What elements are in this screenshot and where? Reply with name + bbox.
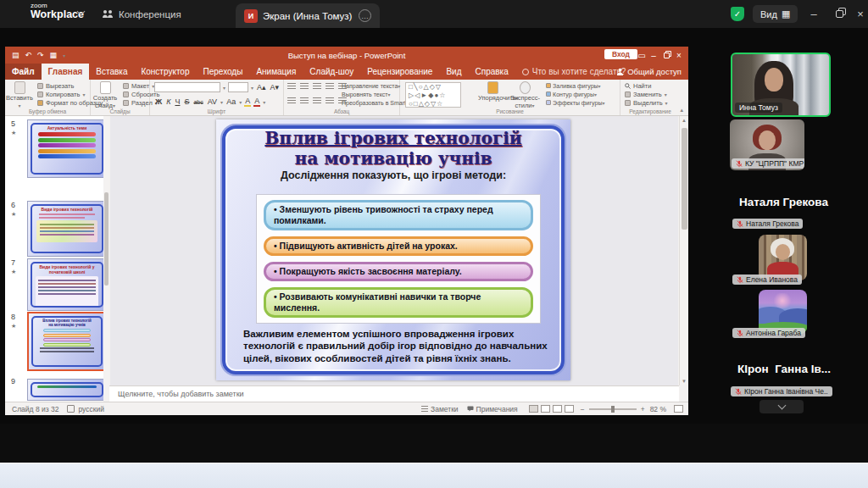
save-icon[interactable]: ▤ xyxy=(12,51,19,59)
ribbon-tab-animations[interactable]: Анимация xyxy=(249,64,303,80)
numbering-icon[interactable] xyxy=(300,83,309,90)
find-button[interactable]: Найти xyxy=(625,82,651,90)
font-size-input[interactable] xyxy=(228,82,248,92)
slide-thumbnail-6[interactable]: Види ігрових технологій xyxy=(27,201,107,257)
slide-thumbnail-8-selected[interactable]: Вплив ігрових технологій на мотивацію уч… xyxy=(27,312,107,371)
ribbon-tab-home[interactable]: Главная xyxy=(42,64,90,80)
arrange-button[interactable]: Упорядочить▾ xyxy=(478,81,507,103)
align-right-icon[interactable] xyxy=(313,97,321,104)
reading-view-button[interactable] xyxy=(553,405,562,413)
ribbon-tab-design[interactable]: Конструктор xyxy=(134,64,196,80)
slideshow-icon[interactable]: ▦ xyxy=(50,51,58,59)
close-button[interactable]: × xyxy=(848,0,868,28)
scroll-down-icon[interactable]: ▼ xyxy=(680,379,688,384)
normal-view-button[interactable] xyxy=(529,405,538,413)
slide[interactable]: Вплив ігрових технологій на мотивацію уч… xyxy=(216,119,570,380)
slide-thumbnail-7[interactable]: Види ігрових технологій у початковій шко… xyxy=(27,258,107,311)
align-left-icon[interactable] xyxy=(287,97,296,104)
group-clipboard: Вставить▾ Вырезать Копировать▾ Формат по… xyxy=(5,80,91,115)
undo-icon[interactable]: ↶ xyxy=(25,51,32,59)
ribbon-tab-slideshow[interactable]: Слайд-шоу xyxy=(303,64,360,80)
slide-thumbnail-5[interactable]: Актуальність теми xyxy=(27,119,107,178)
redo-icon[interactable]: ↷ xyxy=(37,51,44,59)
shape-effects-button[interactable]: Эффекты фигуры▾ xyxy=(546,99,604,107)
zoom-percentage[interactable]: 82 % xyxy=(650,405,666,413)
scroll-up-icon[interactable]: ▲ xyxy=(680,118,688,123)
participant-tile-name[interactable]: КІрон Ганна Ів... xyxy=(737,363,831,375)
ribbon-tab-insert[interactable]: Вставка xyxy=(89,64,134,80)
tell-me-box[interactable]: Что вы хотите сделать? xyxy=(515,64,633,80)
fit-slide-button[interactable] xyxy=(674,405,683,413)
comments-toggle[interactable]: Примечания xyxy=(467,405,518,413)
minimize-button[interactable]: – xyxy=(801,0,826,28)
grow-font-icon[interactable]: A▴ xyxy=(256,83,267,92)
quick-styles-button[interactable]: Экспресс-стили▾ xyxy=(510,81,539,109)
qat-dropdown-icon[interactable]: ▾ xyxy=(63,53,65,58)
section-icon xyxy=(123,100,129,106)
shapes-gallery[interactable]: □╲○△◇▽▷◁►◆●☆○□△◇▽☆ xyxy=(405,82,461,108)
slide-scrollbar[interactable]: ▲ ▼ xyxy=(679,116,688,385)
paste-button[interactable]: Вставить▾ xyxy=(5,81,34,109)
view-button[interactable]: Вид ▦ xyxy=(753,5,798,23)
zoom-slider-thumb[interactable] xyxy=(611,406,615,413)
indent-decrease-icon[interactable] xyxy=(313,83,321,90)
ribbon-tab-file[interactable]: Файл xyxy=(5,64,42,80)
highlight-color-button[interactable]: А xyxy=(244,97,251,107)
italic-button[interactable]: К xyxy=(165,97,171,106)
cut-button[interactable]: Вырезать xyxy=(37,82,74,90)
text-direction-button[interactable]: Направление текста▾ xyxy=(342,82,400,90)
notes-pane[interactable]: Щелкните, чтобы добавить заметки xyxy=(109,385,679,402)
ribbon-tab-review[interactable]: Рецензирование xyxy=(360,64,439,80)
thumbnail-scrollbar[interactable] xyxy=(103,116,109,402)
bullets-icon[interactable] xyxy=(287,83,296,90)
align-center-icon[interactable] xyxy=(300,97,309,104)
language-indicator[interactable]: русский xyxy=(78,405,104,413)
video-tile-elena[interactable] xyxy=(759,235,807,280)
zoom-slider[interactable] xyxy=(589,408,637,410)
video-tile-ku[interactable]: КУ "ЦПРПП" КМР xyxy=(730,119,804,170)
clear-formatting-button[interactable]: abc xyxy=(192,99,203,105)
justify-icon[interactable] xyxy=(326,97,334,104)
ribbon-tab-help[interactable]: Справка xyxy=(469,64,515,80)
ribbon-tab-transitions[interactable]: Переходы xyxy=(196,64,249,80)
slide-thumbnail-9[interactable] xyxy=(27,379,107,401)
indent-increase-icon[interactable] xyxy=(326,83,334,90)
shape-outline-button[interactable]: Контур фигуры▾ xyxy=(546,91,597,98)
change-case-button[interactable]: Aa xyxy=(225,97,236,106)
underline-button[interactable]: Ч xyxy=(174,97,181,106)
select-button[interactable]: Выделить▾ xyxy=(625,99,668,107)
slide-sorter-view-button[interactable] xyxy=(541,405,550,413)
zoom-in-button[interactable]: + xyxy=(641,405,645,413)
thumbnail-scrollbar-thumb[interactable] xyxy=(104,192,108,286)
zoom-out-button[interactable]: − xyxy=(581,405,585,413)
share-button[interactable]: Общий доступ xyxy=(616,64,682,80)
participant-name-pill: КІрон Ганна Іванівна Че.. xyxy=(731,386,832,396)
align-text-button[interactable]: Выровнять текст▾ xyxy=(342,91,391,98)
spellcheck-icon[interactable] xyxy=(67,405,75,413)
tab-screen-share[interactable]: И Экран (Инна Томуз) … xyxy=(236,3,380,28)
strikethrough-button[interactable]: S xyxy=(183,97,190,106)
security-shield-icon[interactable]: ✓ xyxy=(731,7,744,21)
slideshow-view-button[interactable] xyxy=(565,405,574,413)
slide-scrollbar-thumb[interactable] xyxy=(682,128,687,230)
video-tile-active-speaker[interactable]: Инна Томуз xyxy=(731,53,831,117)
bold-button[interactable]: Ж xyxy=(154,97,163,106)
notes-toggle[interactable]: Заметки xyxy=(421,405,459,413)
ppt-close-button[interactable]: × xyxy=(670,47,688,64)
participant-tile-name[interactable]: Наталя Грекова xyxy=(739,196,828,208)
font-name-input[interactable] xyxy=(154,82,220,92)
workspace-chevron-icon[interactable] xyxy=(78,11,84,14)
collapse-ribbon-icon[interactable]: ▴ xyxy=(680,107,683,114)
ribbon-tab-view[interactable]: Вид xyxy=(439,64,468,80)
shape-fill-button[interactable]: Заливка фигуры▾ xyxy=(546,82,601,90)
new-slide-button[interactable]: Создать слайд▾ xyxy=(91,81,120,109)
collapse-videos-button[interactable] xyxy=(760,400,804,413)
copy-button[interactable]: Копировать▾ xyxy=(37,91,85,98)
char-spacing-button[interactable]: AV xyxy=(207,97,218,106)
tab-conference[interactable]: Конференция xyxy=(93,0,190,28)
tab-more-icon[interactable]: … xyxy=(359,9,371,22)
replace-button[interactable]: Заменить▾ xyxy=(625,91,667,98)
font-controls-row: ▾ ▾ A▴ A▾ xyxy=(154,82,280,92)
font-color-button[interactable]: А xyxy=(253,97,260,107)
shrink-font-icon[interactable]: A▾ xyxy=(270,83,281,92)
